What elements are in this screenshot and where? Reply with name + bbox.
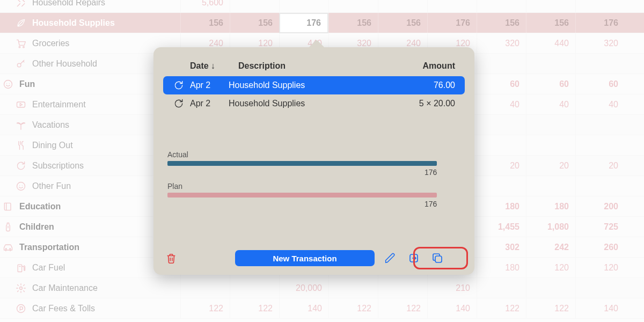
value-cell[interactable]: 156 (526, 13, 575, 33)
svg-point-5 (17, 182, 25, 190)
value-cell[interactable]: 122 (230, 298, 279, 319)
value-cell[interactable]: 180 (477, 196, 526, 217)
value-cell[interactable]: 210 (427, 278, 477, 298)
value-cell[interactable]: 122 (526, 298, 575, 319)
recur-icon (15, 160, 27, 172)
category-row[interactable]: Household Repairs5,600 (0, 0, 644, 13)
value-cell[interactable] (328, 0, 378, 13)
value-cell[interactable]: 40 (477, 94, 526, 115)
value-cell[interactable]: 120 (526, 258, 575, 278)
value-cell[interactable]: 180 (477, 258, 526, 278)
copy-button[interactable] (429, 250, 445, 266)
value-cell[interactable]: 122 (378, 298, 427, 319)
recurring-icon (173, 80, 185, 91)
value-cell[interactable]: 40 (575, 94, 625, 115)
category-label: Car Fees & Tolls (27, 304, 180, 313)
value-cell[interactable] (477, 135, 526, 156)
value-cell[interactable]: 725 (575, 217, 625, 237)
move-button[interactable] (406, 250, 422, 266)
category-row[interactable]: Car Fees & Tolls122122140122122140122122… (0, 298, 644, 319)
value-cell[interactable] (575, 54, 625, 74)
value-cell[interactable]: 40 (526, 94, 575, 115)
value-cell[interactable] (328, 278, 378, 298)
value-cell[interactable] (526, 0, 575, 13)
value-cell[interactable]: 320 (477, 33, 526, 54)
fork-icon (15, 140, 27, 151)
value-cell[interactable] (427, 0, 477, 13)
value-cell[interactable]: 1,455 (477, 217, 526, 237)
value-cell[interactable]: 20,000 (279, 278, 328, 298)
value-cell[interactable] (477, 54, 526, 74)
value-cell[interactable] (230, 278, 279, 298)
value-cell[interactable] (526, 176, 575, 196)
value-cell[interactable] (526, 54, 575, 74)
value-cell[interactable]: 5,600 (180, 0, 230, 13)
value-cell[interactable]: 20 (575, 156, 625, 176)
value-cell[interactable]: 156 (477, 13, 526, 33)
delete-button[interactable] (163, 250, 179, 266)
value-cell[interactable] (575, 176, 625, 196)
value-cell[interactable]: 302 (477, 237, 526, 258)
value-cell[interactable]: 1,080 (526, 217, 575, 237)
category-label: Car Maintenance (27, 283, 180, 293)
new-transaction-button[interactable]: New Transaction (235, 250, 375, 266)
value-cell[interactable]: 180 (526, 196, 575, 217)
value-cell[interactable]: 120 (575, 258, 625, 278)
value-cell[interactable]: 60 (575, 74, 625, 94)
value-cell[interactable]: 122 (328, 298, 378, 319)
category-row[interactable]: Car Maintenance20,000210 (0, 278, 644, 298)
value-cell[interactable] (526, 278, 575, 298)
header-date[interactable]: Date ↓ (190, 61, 238, 71)
value-cell[interactable]: 60 (477, 74, 526, 94)
value-cell[interactable]: 140 (427, 298, 477, 319)
value-cell[interactable] (279, 0, 328, 13)
value-cell[interactable]: 242 (526, 237, 575, 258)
value-cell[interactable]: 176 (279, 13, 328, 33)
svg-point-6 (5, 248, 6, 249)
value-cell[interactable]: 176 (427, 13, 477, 33)
value-cell[interactable]: 440 (526, 33, 575, 54)
value-cell[interactable]: 60 (526, 74, 575, 94)
header-description[interactable]: Description (238, 61, 396, 71)
transaction-row[interactable]: Apr 2 Household Supplies 76.00 (163, 76, 465, 94)
value-cell[interactable]: 320 (575, 33, 625, 54)
value-cell[interactable]: 20 (526, 156, 575, 176)
value-cell[interactable] (230, 0, 279, 13)
value-cell[interactable]: 156 (230, 13, 279, 33)
category-label: Household Supplies (27, 18, 180, 28)
value-cell[interactable] (477, 278, 526, 298)
value-cell[interactable] (575, 115, 625, 135)
svg-rect-4 (17, 102, 25, 107)
value-cell[interactable] (477, 115, 526, 135)
value-cell[interactable]: 140 (575, 298, 625, 319)
value-cell[interactable] (378, 0, 427, 13)
plan-label: Plan (167, 182, 460, 191)
palm-icon (15, 119, 27, 131)
key-icon (15, 58, 27, 70)
header-amount[interactable]: Amount (396, 61, 455, 71)
value-cell[interactable]: 20 (477, 156, 526, 176)
value-cell[interactable] (575, 0, 625, 13)
edit-button[interactable] (382, 250, 398, 266)
value-cell[interactable]: 140 (279, 298, 328, 319)
category-row[interactable]: Household Supplies1561561761561561761561… (0, 13, 644, 33)
value-cell[interactable]: 156 (328, 13, 378, 33)
value-cell[interactable] (526, 115, 575, 135)
value-cell[interactable]: 122 (477, 298, 526, 319)
value-cell[interactable]: 156 (180, 13, 230, 33)
value-cell[interactable] (477, 0, 526, 13)
value-cell[interactable]: 156 (378, 13, 427, 33)
value-cell[interactable] (180, 278, 230, 298)
value-cell[interactable] (378, 278, 427, 298)
value-cell[interactable]: 200 (575, 196, 625, 217)
recurring-icon (173, 98, 185, 109)
value-cell[interactable] (477, 176, 526, 196)
value-cell[interactable] (575, 278, 625, 298)
bottle-icon (2, 221, 14, 233)
value-cell[interactable] (526, 135, 575, 156)
value-cell[interactable] (575, 135, 625, 156)
value-cell[interactable]: 122 (180, 298, 230, 319)
transaction-row[interactable]: Apr 2 Household Supplies 5 × 20.00 (163, 94, 465, 113)
value-cell[interactable]: 260 (575, 237, 625, 258)
value-cell[interactable]: 176 (575, 13, 625, 33)
